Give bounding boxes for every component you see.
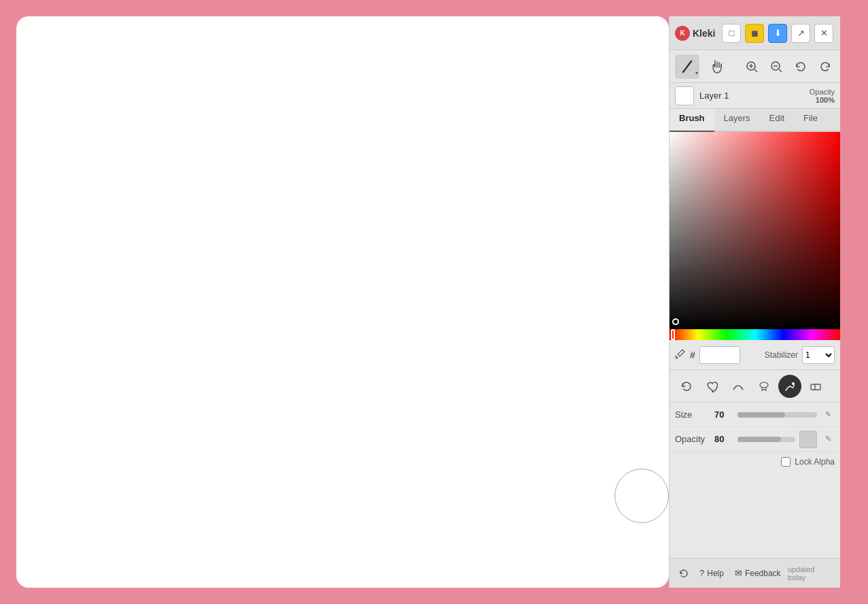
layer-name: Layer 1 [699, 90, 804, 101]
help-label: Help [707, 569, 724, 578]
brush-active-btn[interactable] [778, 375, 801, 398]
svg-rect-9 [811, 384, 820, 390]
zoom-out-btn[interactable] [767, 57, 786, 76]
opacity-row: Opacity 80 ✎ [670, 427, 840, 452]
brush-curve-btn[interactable] [727, 375, 750, 398]
brush-tools-row [670, 370, 840, 403]
size-value: 70 [714, 409, 733, 420]
updated-text: updated today [788, 565, 835, 582]
feedback-label: Feedback [745, 569, 781, 578]
hue-slider[interactable] [670, 329, 840, 340]
white-color-btn[interactable]: □ [722, 24, 741, 43]
size-slider[interactable] [737, 412, 817, 418]
color-gradient[interactable] [670, 132, 840, 329]
opacity-label: Opacity [675, 434, 710, 444]
tab-layers[interactable]: Layers [714, 109, 760, 132]
size-row: Size 70 ✎ [670, 403, 840, 427]
svg-point-8 [792, 382, 795, 385]
feedback-btn[interactable]: ✉ Feedback [731, 565, 785, 581]
size-label: Size [675, 409, 710, 420]
top-bar: K Kleki □ ◼ ⬇ ↗ ✕ [670, 16, 840, 50]
opacity-edit-btn[interactable]: ✎ [821, 433, 835, 446]
lock-alpha-checkbox[interactable] [781, 457, 791, 467]
toolbar-row: ▾ [670, 50, 840, 83]
tab-edit[interactable]: Edit [760, 109, 794, 132]
brush-dropdown-arrow: ▾ [695, 70, 698, 76]
hash-label: # [690, 350, 695, 360]
download-btn[interactable]: ⬇ [768, 24, 787, 43]
eyedropper-btn[interactable] [675, 348, 686, 361]
layer-thumbnail [675, 86, 694, 105]
lock-alpha-label: Lock Alpha [795, 457, 835, 467]
brush-heart-btn[interactable] [701, 375, 724, 398]
bottom-undo-btn[interactable] [675, 566, 693, 581]
layer-opacity-info: Opacity 100% [810, 88, 835, 104]
feedback-icon: ✉ [735, 568, 742, 578]
tab-file[interactable]: File [794, 109, 827, 132]
panel-spacer [670, 472, 840, 558]
lock-alpha-row: Lock Alpha [670, 452, 840, 472]
hue-indicator [671, 329, 675, 340]
color-picker[interactable] [670, 132, 840, 340]
brush-cursor [614, 469, 669, 523]
layer-row: Layer 1 Opacity 100% [670, 83, 840, 109]
tabs-row: Brush Layers Edit File [670, 109, 840, 132]
opacity-value: 80 [714, 434, 733, 444]
opacity-slider[interactable] [737, 437, 795, 442]
svg-line-7 [779, 69, 782, 72]
hex-input[interactable] [699, 346, 740, 364]
eraser-btn[interactable] [804, 375, 827, 398]
share-btn[interactable]: ↗ [791, 24, 810, 43]
size-edit-btn[interactable]: ✎ [821, 408, 835, 422]
stabilizer-label: Stabilizer [765, 350, 798, 360]
right-panel: K Kleki □ ◼ ⬇ ↗ ✕ ▾ [669, 16, 840, 588]
opacity-label: Opacity [810, 88, 835, 96]
kleki-logo-icon: K [675, 26, 690, 41]
svg-line-4 [754, 69, 757, 72]
close-btn[interactable]: ✕ [814, 24, 833, 43]
tab-brush[interactable]: Brush [670, 109, 714, 132]
gradient-indicator [672, 318, 679, 325]
brush-undo-btn[interactable] [675, 375, 698, 398]
zoom-in-btn[interactable] [742, 57, 761, 76]
opacity-value: 100% [810, 96, 835, 104]
hand-tool-btn[interactable] [705, 54, 729, 79]
help-icon: ? [699, 568, 704, 578]
stabilizer-select[interactable]: 1 2 3 4 5 [802, 346, 835, 364]
logo-area: K Kleki [675, 26, 715, 41]
svg-line-0 [683, 61, 691, 72]
opacity-swatch [799, 431, 817, 448]
brush-lasso-btn[interactable] [752, 375, 776, 398]
logo-text: Kleki [693, 28, 715, 39]
color-bottom-row: # Stabilizer 1 2 3 4 5 [670, 340, 840, 370]
undo-btn[interactable] [791, 57, 810, 76]
brush-tool-btn[interactable]: ▾ [675, 54, 699, 79]
bottom-bar: ? Help ✉ Feedback updated today [670, 558, 840, 588]
yellow-color-btn[interactable]: ◼ [745, 24, 764, 43]
redo-btn[interactable] [816, 57, 835, 76]
canvas[interactable] [16, 16, 669, 588]
help-btn[interactable]: ? Help [695, 565, 728, 581]
